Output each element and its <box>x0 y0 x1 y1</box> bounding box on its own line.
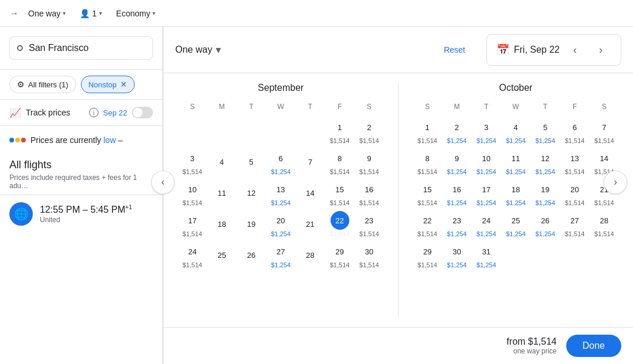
person-icon: 👤 <box>80 9 90 18</box>
calendar-day[interactable]: 30$1,254 <box>442 240 471 271</box>
calendar-day[interactable]: 12 <box>237 178 266 209</box>
calendar-day[interactable]: 10$1,254 <box>472 147 501 178</box>
calendar-day[interactable]: 20$1,254 <box>266 209 295 240</box>
calendar-next-button[interactable]: › <box>604 171 627 194</box>
calendar-day[interactable]: 18 <box>207 209 236 240</box>
calendar-day[interactable]: 4$1,254 <box>501 115 530 147</box>
calendar-day[interactable]: 21 <box>295 209 325 240</box>
day-number: 29 <box>331 242 349 261</box>
calendar-day[interactable]: 7 <box>295 147 325 178</box>
calendar-day[interactable]: 23$1,514 <box>355 209 384 240</box>
calendar-day[interactable]: 29$1,514 <box>413 240 442 271</box>
trip-type-label: One way <box>28 9 60 18</box>
calendar-day[interactable]: 8$1,514 <box>413 147 442 178</box>
calendar-day[interactable]: 14 <box>295 178 325 209</box>
calendar-day[interactable]: 24$1,514 <box>178 240 207 271</box>
calendar-day[interactable]: 8$1,514 <box>325 147 354 178</box>
sidebar: San Francisco ⚙ All filters (1) Nonstop … <box>0 27 163 364</box>
calendar-day[interactable]: 16$1,514 <box>355 178 384 209</box>
info-icon[interactable]: i <box>89 108 98 117</box>
date-next-button[interactable]: › <box>590 39 611 60</box>
search-box: San Francisco <box>0 27 162 70</box>
calendar-day[interactable]: 23$1,254 <box>442 209 471 240</box>
day-header: S <box>590 100 619 115</box>
calendar-prev-button[interactable]: ‹ <box>151 171 175 194</box>
calendar-day[interactable]: 6$1,254 <box>266 147 295 178</box>
calendar-day[interactable]: 2$1,254 <box>442 115 471 147</box>
passengers-selector[interactable]: 👤 1 ▾ <box>75 6 107 21</box>
day-price: $1,514 <box>417 199 437 206</box>
calendar-day[interactable]: 9$1,514 <box>355 147 384 178</box>
calendar-day[interactable]: 29$1,514 <box>325 240 354 271</box>
calendar-day[interactable]: 1$1,514 <box>413 115 442 147</box>
calendar-day[interactable]: 28$1,514 <box>590 209 619 240</box>
all-filters-button[interactable]: ⚙ All filters (1) <box>9 76 76 93</box>
calendar-day[interactable]: 15$1,514 <box>325 178 354 209</box>
calendar-day[interactable]: 27$1,254 <box>266 240 295 271</box>
calendar-day[interactable]: 10$1,514 <box>178 178 207 209</box>
calendar-day[interactable]: 3$1,254 <box>472 115 501 147</box>
flight-details: 12:55 PM – 5:45 PM+1 United <box>40 204 132 223</box>
nonstop-filter-button[interactable]: Nonstop ✕ <box>81 76 135 93</box>
calendar-day[interactable]: 17$1,514 <box>178 209 207 240</box>
calendar-day[interactable]: 3$1,514 <box>178 147 207 178</box>
done-button[interactable]: Done <box>566 335 621 357</box>
calendar-day[interactable]: 15$1,514 <box>413 178 442 209</box>
calendar-day[interactable]: 31$1,254 <box>472 240 501 271</box>
calendar-day[interactable]: 25 <box>207 240 236 271</box>
day-price: $1,254 <box>271 261 291 268</box>
calendar-day[interactable]: 11$1,254 <box>501 147 530 178</box>
calendar-day[interactable]: 13$1,514 <box>560 147 589 178</box>
empty-cell <box>237 115 266 147</box>
day-number: 28 <box>595 211 614 230</box>
calendar-day[interactable]: 22$1,514 <box>413 209 442 240</box>
calendar-day[interactable]: 24$1,254 <box>472 209 501 240</box>
calendar-day[interactable]: 26$1,254 <box>530 209 560 240</box>
calendar-trip-type-selector[interactable]: One way ▾ <box>175 43 221 56</box>
calendar-day[interactable]: 12$1,254 <box>530 147 560 178</box>
origin-field[interactable]: San Francisco <box>9 36 153 60</box>
day-number: 23 <box>360 211 379 230</box>
chevron-down-icon: ▾ <box>63 10 66 16</box>
calendar-day[interactable]: 1$1,514 <box>325 115 354 147</box>
calendar-day[interactable]: 5 <box>237 147 266 178</box>
calendar-day[interactable]: 4 <box>207 147 236 178</box>
class-selector[interactable]: Economy ▾ <box>111 6 160 21</box>
track-prices-toggle[interactable] <box>132 107 153 118</box>
calendar-day[interactable]: 22$1,514 <box>325 209 354 240</box>
day-number: 29 <box>418 242 437 261</box>
day-price: $1,514 <box>359 199 379 206</box>
calendar-day[interactable]: 19 <box>237 209 266 240</box>
calendar-day[interactable]: 5$1,254 <box>530 115 560 147</box>
calendar-day[interactable]: 7$1,514 <box>590 115 619 147</box>
day-number: 8 <box>331 149 349 168</box>
calendar-day[interactable]: 30$1,514 <box>355 240 384 271</box>
trip-type-selector[interactable]: One way ▾ <box>23 6 70 21</box>
calendar-day[interactable]: 11 <box>207 178 236 209</box>
calendar-day[interactable]: 28 <box>295 240 325 271</box>
calendar-day[interactable]: 13$1,254 <box>266 178 295 209</box>
calendar-day[interactable]: 26 <box>237 240 266 271</box>
chevron-down-icon: ▾ <box>152 10 155 16</box>
calendar-day[interactable]: 6$1,514 <box>560 115 589 147</box>
day-number: 5 <box>536 118 554 137</box>
day-number: 14 <box>595 149 614 168</box>
day-price: $1,514 <box>330 261 350 268</box>
date-prev-button[interactable]: ‹ <box>564 39 586 60</box>
day-number: 26 <box>536 211 554 230</box>
calendar-day[interactable]: 16$1,254 <box>442 178 471 209</box>
close-icon[interactable]: ✕ <box>120 80 127 89</box>
calendar-day[interactable]: 25$1,254 <box>501 209 530 240</box>
flight-list-item[interactable]: 🌐 12:55 PM – 5:45 PM+1 United <box>0 195 162 233</box>
calendar-day[interactable]: 18$1,254 <box>501 178 530 209</box>
calendar-overlay: One way ▾ Reset 📅 Fri, Sep 22 ‹ › Septem… <box>163 27 633 364</box>
all-flights-subtitle: Prices include required taxes + fees for… <box>0 174 162 195</box>
reset-button[interactable]: Reset <box>444 45 465 55</box>
calendar-day[interactable]: 20$1,514 <box>560 178 589 209</box>
calendar-day[interactable]: 17$1,254 <box>472 178 501 209</box>
calendar-day[interactable]: 2$1,514 <box>355 115 384 147</box>
calendar-day[interactable]: 27$1,514 <box>560 209 589 240</box>
calendar-day[interactable]: 19$1,254 <box>530 178 560 209</box>
calendar-day[interactable]: 9$1,254 <box>442 147 471 178</box>
day-price: $1,514 <box>417 137 437 144</box>
